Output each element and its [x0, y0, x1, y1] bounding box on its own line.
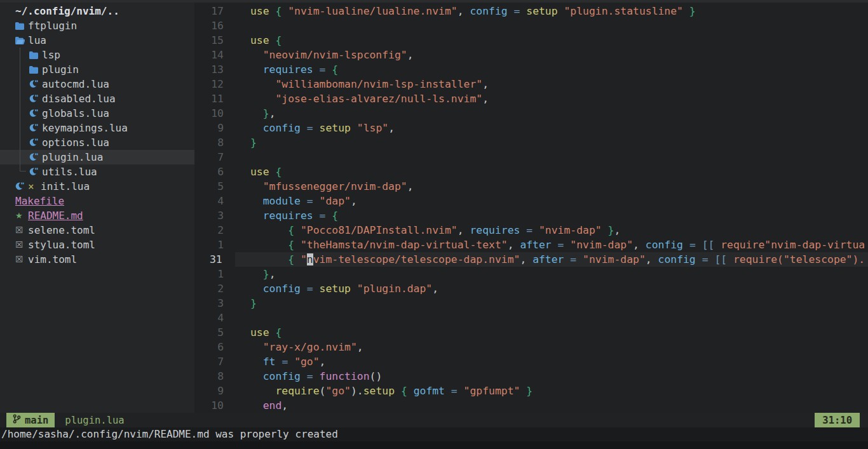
code-line[interactable]: 7: [194, 150, 868, 164]
line-text: config = setup "lsp",: [235, 121, 868, 135]
code-line[interactable]: 6use {: [194, 164, 868, 179]
tree-item-label: plugin.lua: [42, 150, 103, 164]
code-line[interactable]: 17use { "nvim-lualine/lualine.nvim", con…: [194, 4, 868, 18]
tree-item-label: keymapings.lua: [42, 121, 128, 135]
code-line[interactable]: 14 "neovim/nvim-lspconfig",: [194, 48, 868, 62]
tree-item-globals-lua[interactable]: globals.lua: [0, 106, 194, 121]
tree-item-keymapings-lua[interactable]: keymapings.lua: [0, 121, 194, 135]
code-line[interactable]: 3}: [194, 296, 868, 311]
code-lines: 17use { "nvim-lualine/lualine.nvim", con…: [194, 4, 868, 413]
code-line[interactable]: 5 "mfussenegger/nvim-dap",: [194, 179, 868, 194]
code-line[interactable]: 1 },: [194, 267, 868, 281]
tree-item-label: lsp: [42, 48, 60, 62]
tree-item-options-lua[interactable]: options.lua: [0, 135, 194, 150]
code-line[interactable]: 11 "jose-elias-alvarez/null-ls.nvim",: [194, 91, 868, 106]
window-bottom-edge: [0, 441, 868, 449]
line-text: config = setup "plugin.dap",: [235, 281, 868, 296]
toml-icon: ☒: [15, 238, 28, 252]
tree-item-label: README.md: [28, 208, 83, 223]
tree-indent-guide-corner: [20, 171, 26, 171]
line-number: 3: [194, 296, 224, 311]
lua-icon: [29, 138, 42, 147]
code-line[interactable]: 7 ft = "go",: [194, 354, 868, 369]
code-line[interactable]: 4: [194, 311, 868, 325]
tree-item-autocmd-lua[interactable]: autocmd.lua: [0, 77, 194, 91]
neovim-window: ~/.config/nvim/.. ftpluginlualsppluginau…: [0, 0, 868, 449]
code-line[interactable]: 10 end,: [194, 398, 868, 413]
git-branch-name: main: [25, 415, 48, 426]
line-text: use {: [235, 325, 868, 340]
tree-item-label: globals.lua: [42, 106, 109, 121]
line-number: 31: [194, 252, 224, 267]
code-line[interactable]: 8}: [194, 135, 868, 150]
statusline-filename: plugin.lua: [65, 415, 124, 426]
line-number: 1: [194, 267, 224, 281]
code-line[interactable]: 8 config = function(): [194, 369, 868, 384]
tree-item-vim-toml[interactable]: ☒vim.toml: [0, 252, 194, 267]
tree-item-selene-toml[interactable]: ☒selene.toml: [0, 223, 194, 238]
tree-item-plugin[interactable]: plugin: [0, 62, 194, 77]
code-line[interactable]: 16: [194, 18, 868, 33]
line-text: [235, 150, 868, 164]
code-line[interactable]: 10 },: [194, 106, 868, 121]
line-text: { "Pocco81/DAPInstall.nvim", requires = …: [235, 223, 868, 238]
folder-icon: [29, 66, 42, 74]
code-line[interactable]: 5use {: [194, 325, 868, 340]
tree-item-lua[interactable]: lua: [0, 33, 194, 48]
tree-item-init-lua[interactable]: ×init.lua: [0, 179, 194, 194]
line-text: "jose-elias-alvarez/null-ls.nvim",: [235, 91, 868, 106]
line-number: 2: [194, 281, 224, 296]
line-number: 9: [194, 384, 224, 398]
line-text: },: [235, 267, 868, 281]
code-line[interactable]: 3 requires = {: [194, 208, 868, 223]
code-line[interactable]: 2 { "Pocco81/DAPInstall.nvim", requires …: [194, 223, 868, 238]
line-text: { "nvim-telescope/telescope-dap.nvim", a…: [235, 252, 868, 267]
code-line[interactable]: 4 module = "dap",: [194, 194, 868, 208]
code-line[interactable]: 15use {: [194, 33, 868, 48]
code-line[interactable]: 2 config = setup "plugin.dap",: [194, 281, 868, 296]
code-line[interactable]: 9 require("go").setup { gofmt = "gpfumpt…: [194, 384, 868, 398]
tree-item-readme-md[interactable]: ★README.md: [0, 208, 194, 223]
folder-open-icon: [15, 37, 28, 44]
line-number: 12: [194, 77, 224, 91]
tree-item-utils-lua[interactable]: utils.lua: [0, 164, 194, 179]
line-number: 5: [194, 179, 224, 194]
folder-icon: [29, 51, 42, 59]
line-text: [235, 18, 868, 33]
line-text: }: [235, 296, 868, 311]
line-number: 8: [194, 135, 224, 150]
line-text: ft = "go",: [235, 354, 868, 369]
tree-item-label: disabled.lua: [42, 91, 116, 106]
line-number: 15: [194, 33, 224, 48]
star-icon: ★: [15, 208, 28, 223]
line-text: end,: [235, 398, 868, 413]
file-explorer: ~/.config/nvim/.. ftpluginlualsppluginau…: [0, 3, 194, 413]
tree-item-makefile[interactable]: Makefile: [0, 194, 194, 208]
line-number: 10: [194, 106, 224, 121]
code-line-cursor[interactable]: 31 { "nvim-telescope/telescope-dap.nvim"…: [194, 252, 868, 267]
diagnostic-marker: ×: [28, 179, 41, 194]
tree-item-stylua-toml[interactable]: ☒stylua.toml: [0, 238, 194, 252]
tree-item-disabled-lua[interactable]: disabled.lua: [0, 91, 194, 106]
line-text: module = "dap",: [235, 194, 868, 208]
code-line[interactable]: 1 { "theHamsta/nvim-dap-virtual-text", a…: [194, 238, 868, 252]
line-text: },: [235, 106, 868, 121]
code-line[interactable]: 13 requires = {: [194, 62, 868, 77]
tree-item-label: init.lua: [41, 179, 90, 194]
tree-item-label: Makefile: [15, 194, 64, 208]
line-number: 7: [194, 150, 224, 164]
lua-icon: [29, 109, 42, 118]
tree-item-lsp[interactable]: lsp: [0, 48, 194, 62]
lua-icon: [29, 168, 42, 177]
tree-item-ftplugin[interactable]: ftplugin: [0, 18, 194, 33]
line-number: 9: [194, 121, 224, 135]
code-line[interactable]: 12 "williamboman/nvim-lsp-installer",: [194, 77, 868, 91]
line-text: use {: [235, 33, 868, 48]
tree-item-plugin-lua[interactable]: plugin.lua: [0, 150, 194, 164]
code-line[interactable]: 6 "ray-x/go.nvim",: [194, 340, 868, 354]
code-line[interactable]: 9 config = setup "lsp",: [194, 121, 868, 135]
tree-item-label: ftplugin: [28, 18, 77, 33]
editor-buffer[interactable]: 17use { "nvim-lualine/lualine.nvim", con…: [194, 3, 868, 413]
toml-icon: ☒: [15, 223, 28, 238]
line-number: 4: [194, 311, 224, 325]
